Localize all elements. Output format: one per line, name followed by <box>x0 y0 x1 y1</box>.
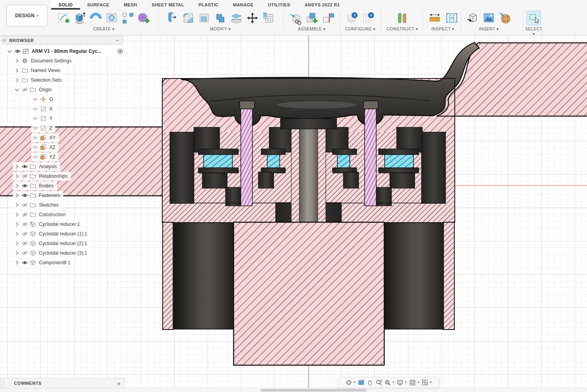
chevron-down-icon[interactable] <box>6 48 13 54</box>
tab-plastic[interactable]: PLASTIC <box>192 0 226 10</box>
tab-utilities[interactable]: UTILITIES <box>261 0 298 10</box>
activate-radio-icon[interactable] <box>117 48 123 54</box>
revolve-icon[interactable] <box>89 11 103 25</box>
construct-plane-icon[interactable] <box>395 11 409 25</box>
press-pull-icon[interactable] <box>165 11 179 25</box>
group-label-configure[interactable]: CONFIGURE ▾ <box>341 26 379 31</box>
section-analysis-icon[interactable] <box>444 11 458 25</box>
motor-cylinder-right[interactable] <box>383 223 444 329</box>
eye-dim-icon[interactable] <box>32 96 38 103</box>
chevron-right-icon[interactable] <box>14 211 20 218</box>
chevron-right-icon[interactable] <box>14 221 20 227</box>
eye-icon[interactable] <box>22 259 28 266</box>
zoom-icon[interactable] <box>375 379 382 386</box>
chevron-down-icon[interactable] <box>14 86 20 93</box>
chevron-right-icon[interactable] <box>14 240 20 247</box>
eye-icon[interactable] <box>22 183 28 189</box>
orbit-icon[interactable] <box>345 379 352 386</box>
group-label-create[interactable]: CREATE ▾ <box>52 26 155 31</box>
new-component-icon[interactable] <box>305 11 319 25</box>
browser-row[interactable]: Cycloidal reducer (1):1 <box>13 229 91 239</box>
display-settings-icon[interactable] <box>397 379 403 386</box>
eye-dim-icon[interactable] <box>32 125 38 131</box>
chevron-right-icon[interactable] <box>14 202 20 208</box>
shaft-sleeve-left[interactable] <box>291 129 299 222</box>
collapse-panel-icon[interactable] <box>2 38 7 43</box>
viewports-dropdown[interactable] <box>430 382 432 383</box>
pattern-icon[interactable] <box>121 11 135 25</box>
shaft-sleeve-right[interactable] <box>318 129 326 222</box>
eye-icon[interactable] <box>22 163 28 170</box>
eye-icon[interactable] <box>22 192 28 199</box>
browser-row[interactable]: Z <box>31 123 55 133</box>
browser-row[interactable]: Analysis <box>13 162 60 171</box>
hub-collar[interactable] <box>280 119 337 129</box>
central-shaft[interactable] <box>299 120 318 223</box>
tab-manage[interactable]: MANAGE <box>226 0 260 10</box>
browser-row[interactable]: O <box>31 94 56 104</box>
browser-row[interactable]: Component6:1 <box>13 258 74 267</box>
viewports-icon[interactable] <box>422 379 428 386</box>
chevron-right-icon[interactable] <box>14 259 20 266</box>
eye-off-icon[interactable] <box>22 240 28 247</box>
display-settings-dropdown[interactable] <box>405 382 407 383</box>
hole-icon[interactable] <box>105 11 119 25</box>
tab-surface[interactable]: SURFACE <box>80 0 117 10</box>
zoom-window-icon[interactable] <box>384 379 391 386</box>
browser-row[interactable]: Cycloidal reducer (3):1 <box>13 248 91 258</box>
orbit-dropdown[interactable] <box>353 382 356 383</box>
create-form-icon[interactable] <box>137 11 151 25</box>
viewport-canvas[interactable] <box>0 35 587 392</box>
chevron-right-icon[interactable] <box>14 67 20 74</box>
browser-row[interactable]: Cycloidal reducer:1 <box>13 219 83 229</box>
browser-row[interactable]: Relationships <box>13 171 71 181</box>
grid-settings-dropdown[interactable] <box>417 382 420 383</box>
joint-icon[interactable] <box>321 11 335 25</box>
chevron-right-icon[interactable] <box>14 58 20 64</box>
tab-ansys[interactable]: ANSYS 2022 R1 <box>297 0 347 10</box>
group-label-inspect[interactable]: INSPECT ▾ <box>427 26 458 31</box>
measure-icon[interactable] <box>428 11 442 25</box>
eye-off-icon[interactable] <box>22 221 28 227</box>
eye-off-icon[interactable] <box>22 202 28 208</box>
add-comment-button[interactable]: + <box>117 380 121 387</box>
tab-mesh[interactable]: MESH <box>117 0 144 10</box>
browser-row[interactable]: Y <box>31 114 56 123</box>
tab-solid[interactable]: SOLID <box>51 0 80 10</box>
look-at-icon[interactable] <box>358 379 365 386</box>
change-parameters-icon[interactable] <box>262 11 275 25</box>
split-body-icon[interactable] <box>230 11 243 25</box>
eye-off-icon[interactable] <box>22 86 28 93</box>
browser-row[interactable]: Named Views <box>13 66 64 75</box>
motor-cylinder-left[interactable] <box>174 223 234 329</box>
zoom-window-dropdown[interactable] <box>392 382 395 383</box>
browser-row[interactable]: Bodies <box>13 181 57 191</box>
eye-dim-icon[interactable] <box>32 144 38 151</box>
chevron-right-icon[interactable] <box>14 163 20 170</box>
lower-wall-right[interactable] <box>443 222 454 330</box>
select-tool-icon[interactable] <box>526 11 541 25</box>
create-sketch-icon[interactable] <box>57 11 71 25</box>
chevron-right-icon[interactable] <box>14 192 20 199</box>
browser-row[interactable]: Cycloidal reducer (2):1 <box>13 239 91 248</box>
eye-off-icon[interactable] <box>22 211 28 218</box>
chevron-right-icon[interactable] <box>14 231 20 237</box>
design-workspace-selector[interactable]: DESIGN ▾ <box>6 5 47 26</box>
shell-icon[interactable] <box>198 11 211 25</box>
chevron-right-icon[interactable] <box>14 173 20 179</box>
browser-row[interactable]: Origin <box>13 85 55 94</box>
eye-dim-icon[interactable] <box>32 154 38 160</box>
pan-icon[interactable] <box>367 379 373 386</box>
group-label-assemble[interactable]: ASSEMBLE ▾ <box>286 26 337 31</box>
browser-row[interactable]: Fasteners <box>13 191 63 200</box>
eye-off-icon[interactable] <box>22 173 28 179</box>
canvas-icon[interactable] <box>482 11 496 25</box>
chevron-right-icon[interactable] <box>14 183 20 189</box>
fillet-icon[interactable] <box>182 11 195 25</box>
browser-row[interactable]: YZ <box>31 152 58 162</box>
browser-row[interactable]: Sketches <box>13 200 62 210</box>
browser-row[interactable]: XZ <box>31 143 58 152</box>
group-label-modify[interactable]: MODIFY ▾ <box>161 26 280 31</box>
browser-header[interactable]: BROWSER <box>2 36 123 44</box>
group-label-select[interactable]: SELECT ▾ <box>524 26 543 36</box>
